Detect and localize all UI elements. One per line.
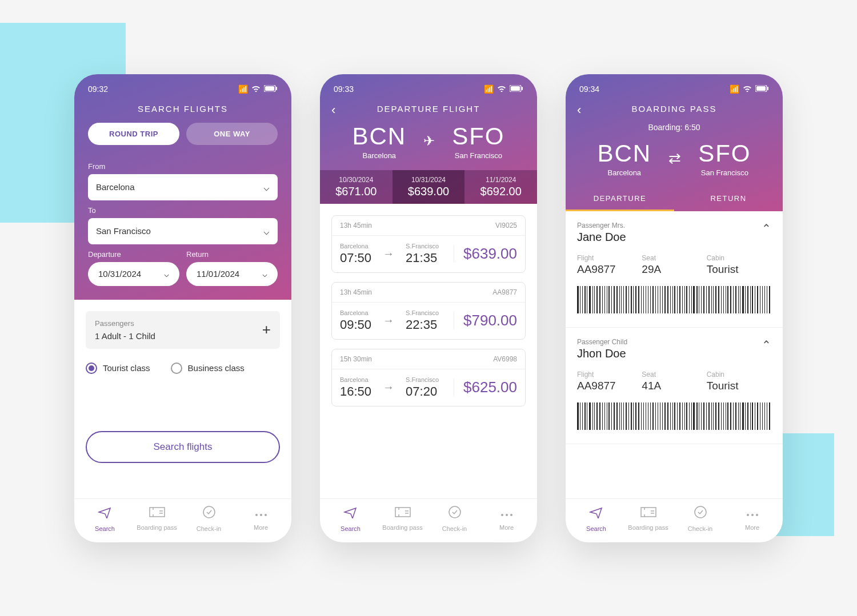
back-button[interactable]: ‹ — [331, 103, 335, 118]
tab-label: Search — [95, 525, 115, 532]
tab-more[interactable]: More — [480, 506, 532, 532]
tab-label: Boarding pass — [628, 524, 668, 531]
page-title: DEPARTURE FLIGHT — [377, 104, 480, 114]
tab-label: Boarding pass — [382, 524, 422, 531]
tab-label: Check-in — [442, 525, 467, 532]
cabin-value: Tourist — [707, 380, 771, 392]
tourist-class-label: Tourist class — [103, 363, 150, 373]
statusbar: 09:33 📶 — [320, 74, 537, 99]
search-flights-button[interactable]: Search flights — [86, 431, 280, 463]
back-button[interactable]: ‹ — [577, 103, 581, 118]
return-tab[interactable]: RETURN — [674, 187, 783, 211]
page-title: SEARCH FLIGHTS — [138, 104, 228, 114]
wifi-icon — [743, 84, 752, 94]
more-icon — [746, 506, 759, 521]
tab-label: More — [499, 524, 514, 531]
one-way-toggle[interactable]: ONE WAY — [186, 123, 278, 145]
statusbar: 09:32 📶 — [74, 74, 291, 99]
arr-city: S.Francisco — [406, 309, 439, 316]
tab-check-in[interactable]: Check-in — [674, 506, 726, 532]
tab-check-in[interactable]: Check-in — [428, 506, 480, 532]
radio-on-icon — [86, 363, 97, 374]
return-date-select[interactable]: 11/01/2024 ⌵ — [186, 262, 278, 286]
tab-more[interactable]: More — [726, 506, 778, 532]
flight-price: $639.00 — [454, 245, 517, 263]
page-title: BOARDING PASS — [631, 104, 716, 114]
passenger-label: Passenger Child — [577, 338, 627, 346]
date-option[interactable]: 11/1/2024$692.00 — [464, 170, 537, 204]
svg-point-22 — [751, 514, 754, 516]
svg-rect-2 — [276, 87, 277, 90]
flight-price: $625.00 — [454, 379, 517, 396]
svg-rect-17 — [756, 86, 766, 91]
cabin-value: Tourist — [707, 263, 771, 276]
flight-duration: 15h 30min — [340, 355, 372, 363]
svg-point-15 — [510, 514, 512, 516]
svg-point-20 — [695, 506, 706, 518]
flight-value: AA9877 — [577, 380, 642, 392]
from-label: From — [88, 162, 278, 171]
search-icon — [589, 506, 604, 522]
tab-boarding-pass[interactable]: Boarding pass — [377, 506, 428, 532]
passengers-box[interactable]: Passengers 1 Adult - 1 Child + — [86, 311, 280, 349]
tab-search[interactable]: Search — [79, 506, 131, 532]
to-select[interactable]: San Francisco ⌵ — [88, 218, 278, 244]
wifi-icon — [251, 84, 261, 94]
date-price-strip: 10/30/2024$671.0010/31/2024$639.0011/1/2… — [320, 170, 537, 204]
tab-label: Search — [341, 525, 361, 532]
round-trip-toggle[interactable]: ROUND TRIP — [88, 123, 179, 145]
statusbar: 09:34 📶 — [566, 74, 783, 99]
flight-duration: 13h 45min — [340, 288, 372, 296]
chevron-down-icon: ⌵ — [262, 269, 267, 279]
chevron-down-icon: ⌵ — [263, 181, 270, 194]
tab-boarding-pass[interactable]: Boarding pass — [622, 506, 674, 532]
business-class-radio[interactable]: Business class — [171, 363, 245, 374]
flight-number: AV6998 — [493, 355, 517, 363]
seat-label: Seat — [642, 254, 706, 262]
swap-icon: ⇄ — [668, 150, 681, 167]
search-icon — [343, 506, 358, 522]
date-option[interactable]: 10/30/2024$671.00 — [320, 170, 393, 204]
tab-check-in[interactable]: Check-in — [183, 506, 235, 532]
passenger-card: Passenger ChildJhon Doe⌃FlightAA9877Seat… — [566, 328, 783, 444]
passenger-name: Jhon Doe — [577, 347, 627, 360]
chevron-up-icon[interactable]: ⌃ — [762, 222, 771, 235]
tourist-class-radio[interactable]: Tourist class — [86, 363, 150, 374]
barcode — [577, 402, 771, 430]
chevron-down-icon: ⌵ — [164, 269, 169, 279]
flight-number: AA9877 — [492, 288, 517, 296]
svg-rect-9 — [511, 86, 520, 91]
chevron-up-icon[interactable]: ⌃ — [762, 338, 771, 352]
departure-tab[interactable]: DEPARTURE — [566, 187, 674, 211]
from-name: Barcelona — [352, 151, 406, 160]
battery-icon — [755, 84, 769, 94]
flight-label: Flight — [577, 254, 642, 262]
check-in-icon — [448, 506, 461, 522]
flight-card[interactable]: 15h 30minAV6998Barcelona16:50→S.Francisc… — [331, 349, 526, 406]
date-option-price: $692.00 — [464, 185, 537, 198]
tab-boarding-pass[interactable]: Boarding pass — [131, 506, 183, 532]
to-value: San Francisco — [96, 226, 151, 236]
check-in-icon — [203, 506, 215, 522]
seat-value: 41A — [642, 380, 706, 392]
tab-search[interactable]: Search — [570, 506, 622, 532]
add-passenger-icon[interactable]: + — [262, 321, 271, 339]
to-name: San Francisco — [452, 151, 504, 160]
to-label: To — [88, 206, 278, 215]
wifi-icon — [497, 84, 506, 94]
departure-date-select[interactable]: 10/31/2024 ⌵ — [88, 262, 179, 286]
arr-city: S.Francisco — [406, 376, 439, 383]
date-option[interactable]: 10/31/2024$639.00 — [393, 170, 465, 204]
status-time: 09:32 — [88, 84, 108, 94]
status-time: 09:34 — [579, 84, 599, 94]
departure-date-value: 10/31/2024 — [98, 269, 141, 279]
tab-search[interactable]: Search — [325, 506, 377, 532]
flight-card[interactable]: 13h 45minVI9025Barcelona07:50→S.Francisc… — [331, 215, 526, 273]
from-select[interactable]: Barcelona ⌵ — [88, 174, 278, 200]
chevron-down-icon: ⌵ — [263, 225, 270, 237]
status-icons: 📶 — [730, 84, 769, 94]
tab-more[interactable]: More — [235, 506, 287, 532]
flight-card[interactable]: 13h 45minAA9877Barcelona09:50→S.Francisc… — [331, 282, 526, 340]
departure-flight-screen: 09:33 📶 ‹ DEPARTURE FLIGHT BCN Barcelona… — [320, 74, 537, 542]
arrow-right-icon: → — [383, 381, 394, 394]
